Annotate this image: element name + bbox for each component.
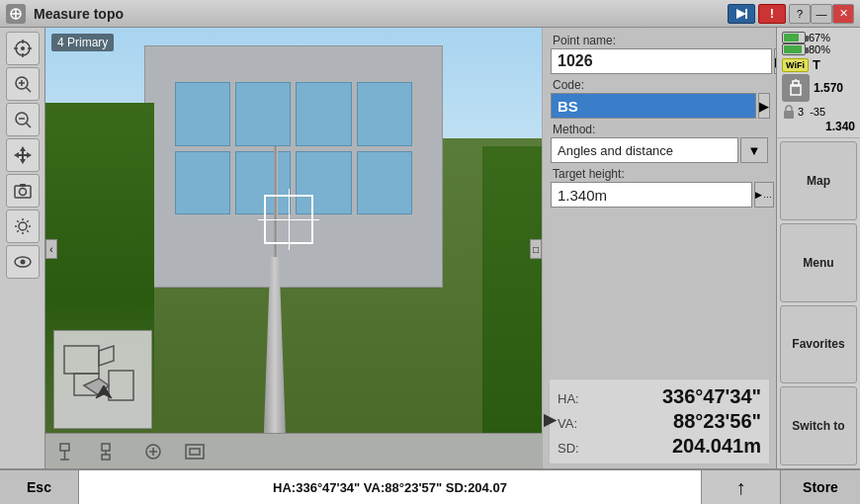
ha-row: HA: 336°47'34" xyxy=(558,385,761,408)
measurements-panel: HA: 336°47'34" ▶ VA: 88°23'56" SD: 204.0… xyxy=(549,378,770,464)
camera-tool4[interactable] xyxy=(180,438,210,465)
target-height-input[interactable] xyxy=(551,182,752,208)
up-arrow-button[interactable]: ↑ xyxy=(702,470,781,504)
value2-row: 1.340 xyxy=(782,120,855,133)
svg-marker-18 xyxy=(14,146,32,164)
camera-tool1[interactable] xyxy=(55,438,85,465)
point-name-input-row: ▶ xyxy=(551,48,768,74)
crosshair-tool[interactable] xyxy=(6,32,40,65)
svg-rect-48 xyxy=(186,445,204,459)
svg-line-30 xyxy=(17,230,19,232)
titlebar: Measure topo ! ? — ✕ xyxy=(0,0,860,28)
battery2-icon xyxy=(782,43,806,55)
window xyxy=(175,151,230,214)
method-dropdown[interactable]: ▼ xyxy=(740,137,768,163)
window xyxy=(175,82,230,145)
mini-map-svg xyxy=(54,331,153,430)
point-name-label: Point name: xyxy=(551,34,768,47)
svg-line-29 xyxy=(27,220,29,222)
svg-line-12 xyxy=(26,88,31,93)
svg-rect-49 xyxy=(190,449,200,455)
bottom-bar: Esc HA:336°47'34" VA:88°23'57" SD:204.07… xyxy=(0,468,860,504)
point-name-input[interactable] xyxy=(551,48,772,74)
esc-button[interactable]: Esc xyxy=(0,470,79,504)
favorites-button[interactable]: Favorites xyxy=(780,305,857,384)
right-section: 67% 80% WiFi T 1.570 xyxy=(776,28,860,468)
measurement-box xyxy=(264,195,313,244)
svg-point-22 xyxy=(19,222,27,230)
code-label: Code: xyxy=(551,78,768,92)
svg-rect-53 xyxy=(784,111,794,119)
close-button[interactable]: ✕ xyxy=(832,4,854,24)
help-button[interactable]: ? xyxy=(789,4,811,24)
battery1-pct: 67% xyxy=(809,32,830,43)
map-button[interactable]: Map xyxy=(780,141,857,220)
zoom-out-tool[interactable] xyxy=(6,103,40,136)
battery1-fill xyxy=(784,34,799,42)
eye-tool[interactable] xyxy=(6,245,40,279)
code-input[interactable] xyxy=(551,93,756,119)
navigate-button[interactable] xyxy=(728,4,755,24)
menu-button[interactable]: Menu xyxy=(780,223,857,302)
battery2-pct: 80% xyxy=(809,43,830,55)
code-row: Code: ▶ xyxy=(551,78,768,119)
camera-tool3[interactable] xyxy=(138,438,168,465)
left-toolbar xyxy=(0,28,45,468)
svg-rect-51 xyxy=(793,81,799,86)
code-next[interactable]: ▶ xyxy=(758,93,770,119)
crosshair-v xyxy=(289,189,290,250)
svg-rect-21 xyxy=(20,184,26,187)
brightness-tool[interactable] xyxy=(6,210,40,243)
status-info: 67% 80% WiFi T 1.570 xyxy=(777,28,860,138)
t-label: T xyxy=(813,57,820,72)
svg-marker-35 xyxy=(99,346,114,366)
instrument-value: 1.570 xyxy=(814,81,843,95)
svg-rect-33 xyxy=(64,346,99,374)
code-input-row: ▶ xyxy=(551,93,768,119)
main-content: 4 Primary ‹ □ xyxy=(0,28,860,468)
store-button[interactable]: Store xyxy=(781,470,860,504)
method-display: Angles and distance xyxy=(551,137,738,163)
wifi-badge: WiFi xyxy=(782,58,809,72)
camera-tool[interactable] xyxy=(6,174,40,208)
instrument-icon xyxy=(782,74,810,102)
method-input-row: Angles and distance ▼ xyxy=(551,137,768,163)
lock-row: 3 -35 xyxy=(782,104,855,120)
window xyxy=(296,82,351,145)
app-icon xyxy=(6,4,26,24)
target-height-label: Target height: xyxy=(551,167,768,181)
tree-right-foliage xyxy=(482,146,542,433)
svg-point-32 xyxy=(20,260,25,265)
va-arrow-icon: ▶ xyxy=(544,410,556,429)
mini-map xyxy=(53,330,152,429)
window xyxy=(357,82,412,145)
window xyxy=(235,82,291,145)
svg-rect-42 xyxy=(102,444,110,451)
wifi-row: WiFi T xyxy=(782,57,855,72)
battery1-row: 67% xyxy=(782,32,855,43)
svg-rect-39 xyxy=(60,444,69,451)
instrument-row: 1.570 xyxy=(782,74,855,102)
alert-icon: ! xyxy=(770,6,774,21)
svg-line-28 xyxy=(27,230,29,232)
measurements-table: HA: 336°47'34" ▶ VA: 88°23'56" SD: 204.0… xyxy=(558,385,761,458)
svg-rect-36 xyxy=(109,371,133,400)
camera-tool2[interactable] xyxy=(97,438,127,465)
va-label: VA: xyxy=(558,416,597,431)
alert-button[interactable]: ! xyxy=(758,4,786,24)
building xyxy=(144,45,442,288)
minimize-button[interactable]: — xyxy=(811,4,832,24)
camera-toolbar xyxy=(45,433,542,468)
camera-label: 4 Primary xyxy=(51,34,114,51)
sd-value: 204.041m xyxy=(672,435,761,458)
panel-toggle[interactable]: ‹ xyxy=(45,239,57,259)
lock-num: 3 xyxy=(798,106,804,118)
method-label: Method: xyxy=(551,123,768,136)
svg-line-27 xyxy=(17,220,19,222)
switch-to-button[interactable]: Switch to xyxy=(780,386,857,465)
pan-tool[interactable] xyxy=(6,138,40,172)
svg-rect-44 xyxy=(102,455,110,460)
zoom-in-tool[interactable] xyxy=(6,67,40,101)
right-indicator: □ xyxy=(530,239,542,259)
target-height-more[interactable]: ▶… xyxy=(754,182,774,208)
